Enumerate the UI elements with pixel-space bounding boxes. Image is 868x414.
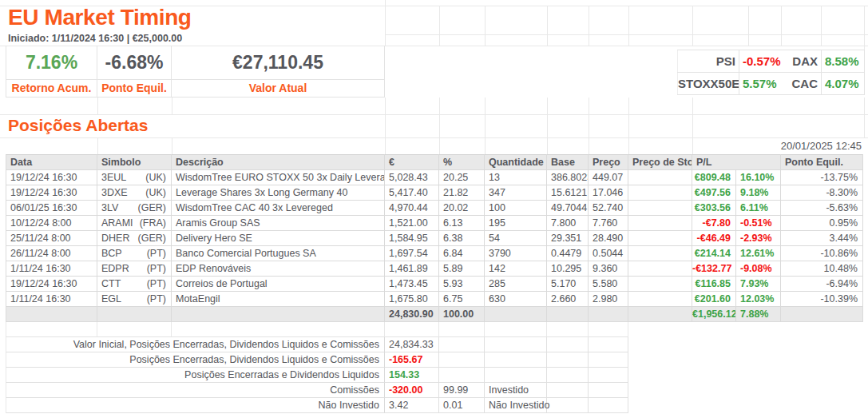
cell-pl-pct: 12.03% [736, 292, 781, 307]
gridline [589, 6, 589, 46]
empty-cell [485, 322, 547, 337]
empty-cell [547, 352, 589, 368]
market-indices: PSI -0.57% DAX 8.58% STOXX50E 5.57% CAC … [677, 50, 865, 95]
cell-eur: 1,697.54 [385, 246, 439, 261]
col-header-preco-de-stop: Preço de Stop [628, 154, 692, 170]
total-pl-pct: 7.88% [736, 307, 781, 322]
cell-stop-price [628, 216, 692, 231]
gridline [172, 137, 172, 154]
metric-ponto-equil-value: -6.68% [97, 46, 172, 80]
cell-eur: 1,675.80 [385, 292, 439, 307]
portfolio-metric-labels: Retorno Acum. Ponto Equil. Valor Atual [6, 80, 385, 98]
index-label: STOXX50E [677, 73, 739, 94]
cell-pl: -€132.77 [692, 261, 736, 277]
cell-ponto-equil: -5.63% [781, 201, 863, 216]
index-value: 8.58% [821, 50, 865, 72]
summary-row: Posições Encerradas e Dividendos Liquido… [6, 368, 628, 383]
cell-eur: 4,970.44 [385, 201, 439, 216]
gridline [439, 6, 440, 46]
cell-description: Delivery Hero SE [172, 231, 385, 246]
gridline [547, 98, 548, 154]
spreadsheet-report: EU Market Timing Iniciado: 1/11/2024 16:… [0, 0, 868, 414]
cell-pct: 6.38 [439, 231, 485, 246]
cell-pl: -€46.49 [692, 231, 736, 246]
cell-ponto-equil: 0.95% [781, 216, 863, 231]
cell-ponto-equil: 3.44% [781, 231, 863, 246]
symbol-country: (GER) [138, 201, 166, 215]
summary-label: Valor Inicial, Posições Encerradas, Divi… [6, 337, 385, 352]
metric-retorno-acum-label: Retorno Acum. [6, 80, 97, 98]
cell-price: 9.360 [589, 261, 628, 277]
summary-label: Comissões [6, 383, 385, 398]
total-empty [781, 307, 863, 322]
cell-pl-pct: 6.11% [736, 201, 781, 216]
gridline [97, 137, 98, 154]
total-empty [97, 307, 172, 322]
index-label: CAC [785, 73, 821, 94]
cell-eur: 5,417.40 [385, 185, 439, 201]
cell-stop-price [628, 185, 692, 201]
summary-value: 24,834.33 [385, 337, 439, 352]
col-header-eur: € [385, 154, 439, 170]
cell-symbol: DHER (GER) [97, 231, 172, 246]
cell-description: Correios de Portugal [172, 277, 385, 292]
cell-pl: €497.56 [692, 185, 736, 201]
cell-date: 06/01/25 16:30 [6, 201, 97, 216]
account-summary: Valor Inicial, Posições Encerradas, Divi… [6, 337, 628, 413]
cell-pl-pct: -0.51% [736, 216, 781, 231]
cell-pl: €116.85 [692, 277, 736, 292]
cell-pl: €201.60 [692, 292, 736, 307]
gridline [439, 98, 440, 154]
summary-share-label [485, 352, 547, 368]
cell-stop-price [628, 170, 692, 185]
page-title: EU Market Timing [8, 5, 192, 30]
spacer-row [6, 322, 628, 337]
gridline [547, 6, 548, 46]
gridline [628, 98, 629, 154]
cell-ponto-equil: 10.48% [781, 261, 863, 277]
cell-description: Leverage Shares 3x Long Germany 40 [172, 185, 385, 201]
position-row: 19/12/24 16:30 CTT (PT) Correios de Port… [6, 277, 863, 292]
cell-eur: 5,028.43 [385, 170, 439, 185]
symbol-country: (PT) [147, 292, 166, 306]
cell-price: 7.760 [589, 216, 628, 231]
cell-eur: 1,584.95 [385, 231, 439, 246]
cell-price: 5.580 [589, 277, 628, 292]
symbol-ticker: 3LV [101, 201, 118, 215]
position-row: 1/11/24 16:30 EGL (PT) MotaEngil 1,675.8… [6, 292, 863, 307]
summary-share [439, 352, 485, 368]
cell-pct: 5.89 [439, 261, 485, 277]
gridline [485, 6, 486, 46]
cell-date: 1/11/24 16:30 [6, 261, 97, 277]
symbol-ticker: EDPR [101, 261, 129, 276]
position-row: 26/11/24 8:00 BCP (PT) Banco Comercial P… [6, 246, 863, 261]
gridline [385, 0, 386, 46]
cell-pl-pct: 16.10% [736, 170, 781, 185]
summary-row: Não Investido 3.42 0.01 Não Investido [6, 398, 628, 413]
symbol-ticker: CTT [101, 277, 121, 291]
gridline [781, 6, 782, 46]
metric-ponto-equil-label: Ponto Equil. [97, 80, 172, 98]
cell-description: WisdomTree CAC 40 3x Levereged [172, 201, 385, 216]
total-empty [6, 307, 97, 322]
cell-quantity: 100 [485, 201, 547, 216]
empty-cell [547, 322, 589, 337]
empty-cell [547, 398, 589, 413]
cell-price: 2.980 [589, 292, 628, 307]
cell-pct: 6.84 [439, 246, 485, 261]
cell-ponto-equil: -8.30% [781, 185, 863, 201]
total-eur: 24,830.90 [385, 307, 439, 322]
cell-date: 19/12/24 16:30 [6, 277, 97, 292]
cell-eur: 1,473.45 [385, 277, 439, 292]
index-value: 4.07% [821, 73, 865, 94]
cell-base: 386.8023 [547, 170, 589, 185]
cell-symbol: 3DXE (UK) [97, 185, 172, 201]
cell-description: MotaEngil [172, 292, 385, 307]
gridline [628, 6, 629, 46]
cell-pct: 6.75 [439, 292, 485, 307]
index-label: PSI [677, 50, 739, 72]
summary-share-label: Investido [485, 383, 547, 398]
cell-base: 29.351 [547, 231, 589, 246]
gridline [821, 6, 822, 46]
symbol-country: (FRA) [140, 216, 166, 230]
